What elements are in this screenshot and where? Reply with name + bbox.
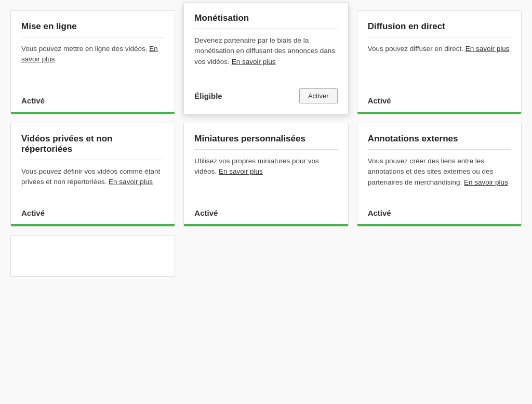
- partial-card: [10, 235, 175, 277]
- card-footer: Activé: [21, 203, 164, 218]
- card-title: Mise en ligne: [21, 21, 164, 32]
- activate-button[interactable]: Activer: [299, 88, 338, 103]
- learn-more-link[interactable]: En savoir plus: [109, 178, 153, 186]
- card-title: Miniatures personnalisées: [194, 134, 337, 144]
- green-bar: [184, 224, 348, 226]
- card-annotations-externes: Annotations externes Vous pouvez créer d…: [357, 123, 522, 227]
- card-footer: Activé: [21, 91, 164, 106]
- green-bar: [357, 224, 521, 226]
- eligible-label: Éligible: [194, 92, 222, 100]
- card-mise-en-ligne: Mise en ligne Vous pouvez mettre en lign…: [10, 10, 175, 114]
- card-body: Vous pouvez diffuser en direct. En savoi…: [368, 44, 511, 83]
- card-miniatures: Miniatures personnalisées Utilisez vos p…: [183, 123, 348, 227]
- card-body: Vous pouvez mettre en ligne des vidéos. …: [21, 44, 164, 83]
- card-monetisation: Monétisation Devenez partenaire par le b…: [183, 2, 348, 114]
- card-body: Devenez partenaire par le biais de la mo…: [194, 35, 337, 75]
- card-body: Vous pouvez définir vos vidéos comme éta…: [21, 166, 164, 195]
- status-label: Activé: [194, 208, 218, 217]
- learn-more-link[interactable]: En savoir plus: [464, 178, 508, 186]
- card-body: Utilisez vos propres miniatures pour vos…: [194, 156, 337, 195]
- status-label: Activé: [368, 208, 391, 217]
- learn-more-link[interactable]: En savoir plus: [232, 58, 276, 66]
- card-body: Vous pouvez créer des liens entre les an…: [368, 156, 511, 195]
- card-title: Diffusion en direct: [368, 21, 511, 32]
- green-bar: [357, 112, 521, 114]
- learn-more-link[interactable]: En savoir plus: [219, 167, 263, 175]
- feature-grid: Mise en ligne Vous pouvez mettre en lign…: [10, 10, 522, 277]
- green-bar: [11, 112, 175, 114]
- card-title: Vidéos privées et non répertoriées: [21, 134, 164, 154]
- card-footer: Activé: [368, 91, 511, 106]
- card-title: Monétisation: [194, 13, 337, 23]
- status-label: Activé: [368, 96, 391, 105]
- card-footer: Activé: [368, 203, 511, 218]
- card-diffusion-direct: Diffusion en direct Vous pouvez diffuser…: [357, 10, 522, 114]
- card-footer: Activé: [194, 203, 337, 218]
- card-title: Annotations externes: [368, 134, 511, 144]
- card-videos-privees: Vidéos privées et non répertoriées Vous …: [10, 123, 175, 227]
- green-bar: [11, 224, 175, 226]
- status-label: Activé: [21, 96, 45, 105]
- status-label: Activé: [21, 208, 45, 217]
- learn-more-link[interactable]: En savoir plus: [466, 45, 510, 53]
- eligible-row: Éligible Activer: [194, 83, 337, 103]
